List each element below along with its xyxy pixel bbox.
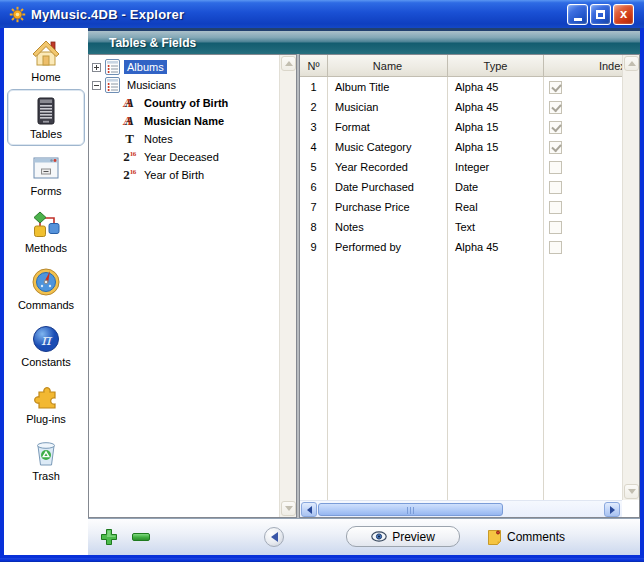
horizontal-scroll-thumb[interactable] xyxy=(318,503,503,516)
alpha-field-icon: A xyxy=(121,113,138,129)
scroll-down-icon xyxy=(624,484,639,499)
fields-table-panel: Nº Name Type Indexed 1 Album Title Alpha… xyxy=(299,54,640,518)
maximize-button[interactable] xyxy=(590,4,611,25)
indexed-checkbox[interactable] xyxy=(549,181,562,194)
scroll-up-icon xyxy=(624,56,639,71)
integer16-field-icon: 216 xyxy=(121,149,138,165)
preview-button[interactable]: Preview xyxy=(346,526,460,547)
sidebar: Home Tables xyxy=(4,28,88,555)
sidebar-item-methods[interactable]: Methods xyxy=(7,203,85,260)
tree-item-year-of-birth[interactable]: 216 Year of Birth xyxy=(89,166,296,184)
bottom-toolbar: Preview Comments xyxy=(88,518,640,555)
field-row-5[interactable]: 5 Year Recorded Integer xyxy=(300,157,640,177)
sidebar-label-home: Home xyxy=(31,71,60,83)
field-row-1[interactable]: 1 Album Title Alpha 45 xyxy=(300,77,640,97)
tree-label-albums[interactable]: Albums xyxy=(124,60,167,74)
scroll-up-icon xyxy=(281,56,296,71)
table-vertical-scrollbar xyxy=(622,55,639,500)
text-field-icon: T xyxy=(121,131,138,147)
indexed-checkbox[interactable] xyxy=(549,241,562,254)
table-icon xyxy=(105,59,120,75)
field-row-8[interactable]: 8 Notes Text xyxy=(300,217,640,237)
titlebar[interactable]: MyMusic.4DB - Explorer x xyxy=(0,0,644,28)
tree-label-country-of-birth[interactable]: Country of Birth xyxy=(141,96,231,110)
commands-icon xyxy=(30,266,62,298)
column-header-type[interactable]: Type xyxy=(448,55,544,76)
eye-icon xyxy=(371,531,387,542)
tree-label-year-deceased[interactable]: Year Deceased xyxy=(141,150,222,164)
minimize-button[interactable] xyxy=(567,4,588,25)
chevron-left-icon xyxy=(271,532,278,542)
sidebar-item-trash[interactable]: Trash xyxy=(7,431,85,488)
sidebar-label-forms: Forms xyxy=(30,185,61,197)
scroll-left-icon[interactable] xyxy=(301,502,317,517)
trash-icon xyxy=(30,437,62,469)
field-row-3[interactable]: 3 Format Alpha 15 xyxy=(300,117,640,137)
methods-icon xyxy=(30,209,62,241)
sidebar-item-commands[interactable]: Commands xyxy=(7,260,85,317)
tree-item-year-deceased[interactable]: 216 Year Deceased xyxy=(89,148,296,166)
column-header-name[interactable]: Name xyxy=(328,55,448,76)
sidebar-item-home[interactable]: Home xyxy=(7,32,85,89)
sidebar-label-plugins: Plug-ins xyxy=(26,413,66,425)
alpha-field-icon: A xyxy=(121,95,138,111)
sidebar-label-constants: Constants xyxy=(21,356,71,368)
sidebar-label-methods: Methods xyxy=(25,242,67,254)
window-border xyxy=(0,558,644,562)
field-row-7[interactable]: 7 Purchase Price Real xyxy=(300,197,640,217)
indexed-checkbox[interactable] xyxy=(549,201,562,214)
comments-label: Comments xyxy=(507,530,565,544)
sidebar-label-tables: Tables xyxy=(30,128,62,140)
table-icon xyxy=(105,77,120,93)
sidebar-item-tables[interactable]: Tables xyxy=(7,89,85,146)
indexed-checkbox[interactable] xyxy=(549,221,562,234)
column-header-number[interactable]: Nº xyxy=(300,55,328,76)
section-header: Tables & Fields xyxy=(88,28,640,54)
tables-tree-panel: Albums Musicians xyxy=(88,54,297,518)
sidebar-item-plugins[interactable]: Plug-ins xyxy=(7,374,85,431)
section-title: Tables & Fields xyxy=(109,36,196,50)
indexed-checkbox[interactable] xyxy=(549,81,562,94)
scroll-right-icon[interactable] xyxy=(604,502,620,517)
close-icon: x xyxy=(620,7,627,20)
sidebar-item-constants[interactable]: π Constants xyxy=(7,317,85,374)
field-row-6[interactable]: 6 Date Purchased Date xyxy=(300,177,640,197)
table-horizontal-scrollbar[interactable] xyxy=(300,500,622,517)
collapse-icon[interactable] xyxy=(92,81,101,90)
tree-label-musician-name[interactable]: Musician Name xyxy=(141,114,227,128)
tree-item-musician-name[interactable]: A Musician Name xyxy=(89,112,296,130)
home-icon xyxy=(30,38,62,70)
tree-label-notes[interactable]: Notes xyxy=(141,132,176,146)
integer16-field-icon: 216 xyxy=(121,167,138,183)
field-row-9[interactable]: 9 Performed by Alpha 45 xyxy=(300,237,640,257)
tree-label-year-of-birth[interactable]: Year of Birth xyxy=(141,168,207,182)
field-row-4[interactable]: 4 Music Category Alpha 15 xyxy=(300,137,640,157)
indexed-checkbox[interactable] xyxy=(549,121,562,134)
tree-item-musicians[interactable]: Musicians xyxy=(89,76,296,94)
indexed-checkbox[interactable] xyxy=(549,101,562,114)
field-row-2[interactable]: 2 Musician Alpha 45 xyxy=(300,97,640,117)
collapse-panel-button[interactable] xyxy=(264,527,284,547)
4d-gear-icon[interactable] xyxy=(9,6,26,23)
forms-icon xyxy=(30,152,62,184)
constants-icon: π xyxy=(30,323,62,355)
tree-item-albums[interactable]: Albums xyxy=(89,58,296,76)
tree-label-musicians[interactable]: Musicians xyxy=(124,78,179,92)
indexed-checkbox[interactable] xyxy=(549,141,562,154)
add-field-button[interactable] xyxy=(100,528,118,546)
sidebar-item-forms[interactable]: Forms xyxy=(7,146,85,203)
window-title: MyMusic.4DB - Explorer xyxy=(31,7,567,22)
explorer-window: MyMusic.4DB - Explorer x Home xyxy=(0,0,644,562)
remove-field-button[interactable] xyxy=(132,533,150,541)
preview-label: Preview xyxy=(392,530,435,544)
tree-item-notes[interactable]: T Notes xyxy=(89,130,296,148)
comments-button[interactable]: Comments xyxy=(487,526,565,547)
close-button[interactable]: x xyxy=(613,4,634,25)
expand-icon[interactable] xyxy=(92,63,101,72)
note-icon xyxy=(487,528,502,545)
plugins-icon xyxy=(30,380,62,412)
tree-item-country-of-birth[interactable]: A Country of Birth xyxy=(89,94,296,112)
tree-vertical-scrollbar xyxy=(279,55,296,517)
indexed-checkbox[interactable] xyxy=(549,161,562,174)
fields-table-header: Nº Name Type Indexed xyxy=(300,55,640,77)
